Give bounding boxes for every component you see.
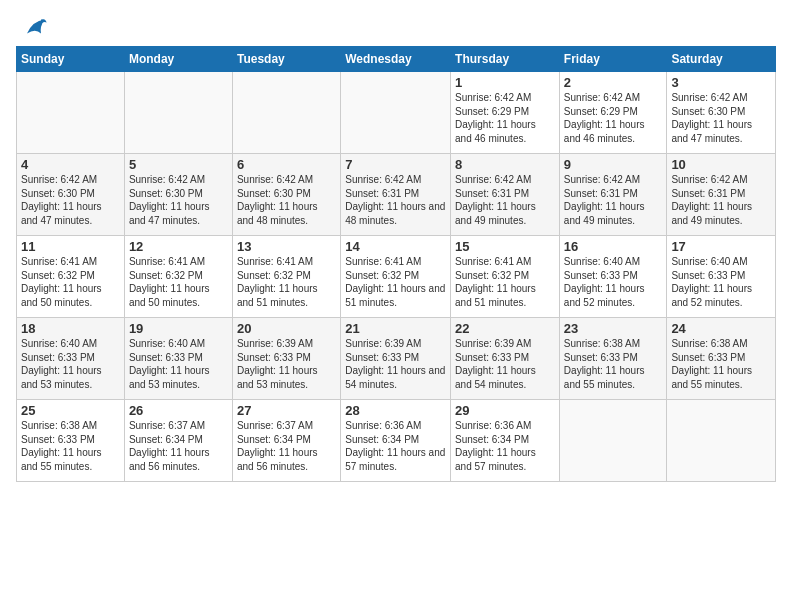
day-info: Sunrise: 6:42 AM Sunset: 6:30 PM Dayligh… <box>671 91 771 145</box>
day-info: Sunrise: 6:42 AM Sunset: 6:29 PM Dayligh… <box>564 91 663 145</box>
day-number: 28 <box>345 403 446 418</box>
day-info: Sunrise: 6:39 AM Sunset: 6:33 PM Dayligh… <box>455 337 555 391</box>
day-number: 27 <box>237 403 336 418</box>
calendar-week-row: 11Sunrise: 6:41 AM Sunset: 6:32 PM Dayli… <box>17 236 776 318</box>
calendar: SundayMondayTuesdayWednesdayThursdayFrid… <box>16 46 776 482</box>
day-info: Sunrise: 6:42 AM Sunset: 6:31 PM Dayligh… <box>671 173 771 227</box>
day-info: Sunrise: 6:42 AM Sunset: 6:30 PM Dayligh… <box>21 173 120 227</box>
day-info: Sunrise: 6:42 AM Sunset: 6:30 PM Dayligh… <box>237 173 336 227</box>
day-number: 16 <box>564 239 663 254</box>
page: SundayMondayTuesdayWednesdayThursdayFrid… <box>0 0 792 612</box>
day-info: Sunrise: 6:39 AM Sunset: 6:33 PM Dayligh… <box>237 337 336 391</box>
calendar-cell: 17Sunrise: 6:40 AM Sunset: 6:33 PM Dayli… <box>667 236 776 318</box>
day-number: 22 <box>455 321 555 336</box>
weekday-header-row: SundayMondayTuesdayWednesdayThursdayFrid… <box>17 47 776 72</box>
weekday-header: Sunday <box>17 47 125 72</box>
day-number: 4 <box>21 157 120 172</box>
bird-icon <box>20 14 48 42</box>
day-info: Sunrise: 6:38 AM Sunset: 6:33 PM Dayligh… <box>564 337 663 391</box>
day-number: 19 <box>129 321 228 336</box>
day-info: Sunrise: 6:40 AM Sunset: 6:33 PM Dayligh… <box>129 337 228 391</box>
calendar-cell: 1Sunrise: 6:42 AM Sunset: 6:29 PM Daylig… <box>451 72 560 154</box>
calendar-cell: 15Sunrise: 6:41 AM Sunset: 6:32 PM Dayli… <box>451 236 560 318</box>
day-info: Sunrise: 6:36 AM Sunset: 6:34 PM Dayligh… <box>345 419 446 473</box>
weekday-header: Friday <box>559 47 667 72</box>
calendar-cell <box>667 400 776 482</box>
day-info: Sunrise: 6:41 AM Sunset: 6:32 PM Dayligh… <box>237 255 336 309</box>
day-info: Sunrise: 6:42 AM Sunset: 6:31 PM Dayligh… <box>345 173 446 227</box>
day-number: 3 <box>671 75 771 90</box>
calendar-cell: 6Sunrise: 6:42 AM Sunset: 6:30 PM Daylig… <box>232 154 340 236</box>
logo <box>16 14 48 42</box>
calendar-cell <box>232 72 340 154</box>
weekday-header: Tuesday <box>232 47 340 72</box>
calendar-cell: 22Sunrise: 6:39 AM Sunset: 6:33 PM Dayli… <box>451 318 560 400</box>
day-number: 23 <box>564 321 663 336</box>
day-info: Sunrise: 6:41 AM Sunset: 6:32 PM Dayligh… <box>21 255 120 309</box>
day-number: 25 <box>21 403 120 418</box>
calendar-cell: 11Sunrise: 6:41 AM Sunset: 6:32 PM Dayli… <box>17 236 125 318</box>
day-number: 18 <box>21 321 120 336</box>
weekday-header: Monday <box>124 47 232 72</box>
day-number: 6 <box>237 157 336 172</box>
day-info: Sunrise: 6:38 AM Sunset: 6:33 PM Dayligh… <box>21 419 120 473</box>
day-number: 15 <box>455 239 555 254</box>
day-info: Sunrise: 6:42 AM Sunset: 6:31 PM Dayligh… <box>564 173 663 227</box>
calendar-cell <box>559 400 667 482</box>
day-info: Sunrise: 6:41 AM Sunset: 6:32 PM Dayligh… <box>345 255 446 309</box>
calendar-cell: 24Sunrise: 6:38 AM Sunset: 6:33 PM Dayli… <box>667 318 776 400</box>
calendar-cell: 16Sunrise: 6:40 AM Sunset: 6:33 PM Dayli… <box>559 236 667 318</box>
day-number: 2 <box>564 75 663 90</box>
day-info: Sunrise: 6:40 AM Sunset: 6:33 PM Dayligh… <box>671 255 771 309</box>
calendar-cell: 12Sunrise: 6:41 AM Sunset: 6:32 PM Dayli… <box>124 236 232 318</box>
day-info: Sunrise: 6:40 AM Sunset: 6:33 PM Dayligh… <box>564 255 663 309</box>
calendar-cell: 4Sunrise: 6:42 AM Sunset: 6:30 PM Daylig… <box>17 154 125 236</box>
calendar-cell: 28Sunrise: 6:36 AM Sunset: 6:34 PM Dayli… <box>341 400 451 482</box>
weekday-header: Thursday <box>451 47 560 72</box>
day-number: 10 <box>671 157 771 172</box>
day-number: 8 <box>455 157 555 172</box>
calendar-cell: 19Sunrise: 6:40 AM Sunset: 6:33 PM Dayli… <box>124 318 232 400</box>
day-number: 1 <box>455 75 555 90</box>
day-number: 26 <box>129 403 228 418</box>
day-number: 24 <box>671 321 771 336</box>
calendar-cell: 23Sunrise: 6:38 AM Sunset: 6:33 PM Dayli… <box>559 318 667 400</box>
calendar-week-row: 4Sunrise: 6:42 AM Sunset: 6:30 PM Daylig… <box>17 154 776 236</box>
day-info: Sunrise: 6:41 AM Sunset: 6:32 PM Dayligh… <box>129 255 228 309</box>
day-number: 21 <box>345 321 446 336</box>
calendar-cell: 7Sunrise: 6:42 AM Sunset: 6:31 PM Daylig… <box>341 154 451 236</box>
calendar-cell: 26Sunrise: 6:37 AM Sunset: 6:34 PM Dayli… <box>124 400 232 482</box>
day-number: 14 <box>345 239 446 254</box>
calendar-cell: 18Sunrise: 6:40 AM Sunset: 6:33 PM Dayli… <box>17 318 125 400</box>
day-number: 20 <box>237 321 336 336</box>
calendar-cell: 10Sunrise: 6:42 AM Sunset: 6:31 PM Dayli… <box>667 154 776 236</box>
day-number: 13 <box>237 239 336 254</box>
day-info: Sunrise: 6:40 AM Sunset: 6:33 PM Dayligh… <box>21 337 120 391</box>
calendar-week-row: 25Sunrise: 6:38 AM Sunset: 6:33 PM Dayli… <box>17 400 776 482</box>
day-info: Sunrise: 6:39 AM Sunset: 6:33 PM Dayligh… <box>345 337 446 391</box>
day-number: 7 <box>345 157 446 172</box>
calendar-cell: 25Sunrise: 6:38 AM Sunset: 6:33 PM Dayli… <box>17 400 125 482</box>
calendar-cell: 14Sunrise: 6:41 AM Sunset: 6:32 PM Dayli… <box>341 236 451 318</box>
calendar-cell: 21Sunrise: 6:39 AM Sunset: 6:33 PM Dayli… <box>341 318 451 400</box>
day-number: 9 <box>564 157 663 172</box>
day-info: Sunrise: 6:41 AM Sunset: 6:32 PM Dayligh… <box>455 255 555 309</box>
calendar-cell: 27Sunrise: 6:37 AM Sunset: 6:34 PM Dayli… <box>232 400 340 482</box>
calendar-week-row: 18Sunrise: 6:40 AM Sunset: 6:33 PM Dayli… <box>17 318 776 400</box>
day-info: Sunrise: 6:37 AM Sunset: 6:34 PM Dayligh… <box>237 419 336 473</box>
day-info: Sunrise: 6:42 AM Sunset: 6:31 PM Dayligh… <box>455 173 555 227</box>
calendar-cell: 29Sunrise: 6:36 AM Sunset: 6:34 PM Dayli… <box>451 400 560 482</box>
day-info: Sunrise: 6:38 AM Sunset: 6:33 PM Dayligh… <box>671 337 771 391</box>
calendar-cell: 3Sunrise: 6:42 AM Sunset: 6:30 PM Daylig… <box>667 72 776 154</box>
day-info: Sunrise: 6:37 AM Sunset: 6:34 PM Dayligh… <box>129 419 228 473</box>
calendar-cell: 2Sunrise: 6:42 AM Sunset: 6:29 PM Daylig… <box>559 72 667 154</box>
calendar-cell <box>124 72 232 154</box>
calendar-cell: 9Sunrise: 6:42 AM Sunset: 6:31 PM Daylig… <box>559 154 667 236</box>
day-number: 29 <box>455 403 555 418</box>
day-info: Sunrise: 6:42 AM Sunset: 6:29 PM Dayligh… <box>455 91 555 145</box>
header <box>16 10 776 42</box>
day-number: 17 <box>671 239 771 254</box>
calendar-cell <box>341 72 451 154</box>
calendar-cell: 20Sunrise: 6:39 AM Sunset: 6:33 PM Dayli… <box>232 318 340 400</box>
day-info: Sunrise: 6:36 AM Sunset: 6:34 PM Dayligh… <box>455 419 555 473</box>
